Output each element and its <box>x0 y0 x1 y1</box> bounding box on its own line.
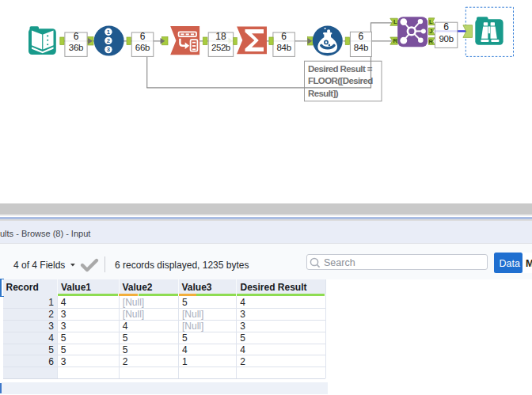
svg-text:84b: 84b <box>276 43 291 52</box>
svg-text:36b: 36b <box>69 43 83 52</box>
svg-text:6: 6 <box>359 31 364 42</box>
svg-text:Result]): Result]) <box>308 89 339 98</box>
svg-text:R: R <box>429 38 434 45</box>
svg-text:FLOOR([Desired: FLOOR([Desired <box>308 76 373 85</box>
svg-text:6: 6 <box>74 31 79 42</box>
svg-text:252b: 252b <box>211 43 230 52</box>
svg-text:90b: 90b <box>439 34 453 44</box>
svg-text:84b: 84b <box>354 43 368 52</box>
svg-text:6: 6 <box>443 21 449 32</box>
svg-text:66b: 66b <box>135 43 150 52</box>
svg-text:J: J <box>429 28 432 35</box>
svg-text:L: L <box>393 18 397 25</box>
svg-text:2: 2 <box>107 37 110 44</box>
svg-text:L: L <box>429 18 433 25</box>
svg-text:R: R <box>393 37 398 44</box>
svg-text:6: 6 <box>140 31 146 42</box>
svg-text:3: 3 <box>107 46 110 53</box>
svg-text:18: 18 <box>215 31 226 42</box>
svg-text:Desired Result =: Desired Result = <box>308 64 373 74</box>
svg-text:6: 6 <box>281 31 287 42</box>
